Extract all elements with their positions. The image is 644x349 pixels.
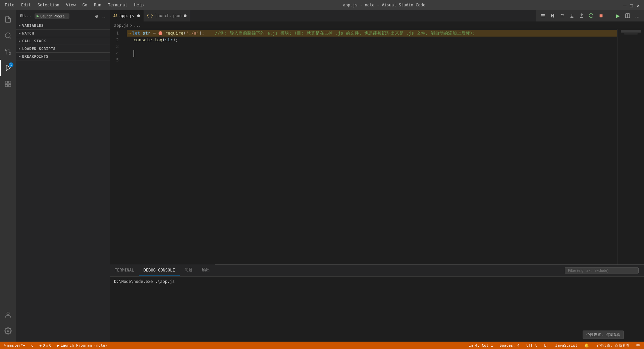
run-more-icon[interactable]: …: [101, 13, 107, 19]
svg-rect-9: [5, 85, 7, 87]
str-a: './a': [186, 30, 199, 37]
svg-rect-6: [5, 81, 7, 83]
loaded-scripts-chevron: ▶: [19, 47, 21, 50]
svg-rect-8: [9, 85, 11, 87]
window-controls[interactable]: — ❐ ✕: [623, 3, 641, 7]
launch-play-icon: ▶: [37, 14, 39, 18]
status-eol[interactable]: LF: [543, 343, 550, 348]
status-spaces[interactable]: Spaces: 4: [498, 343, 521, 348]
breakpoints-section: ▶ BREAKPOINTS: [16, 53, 110, 60]
menu-run[interactable]: Run: [93, 2, 103, 8]
menu-go[interactable]: Go: [81, 2, 89, 8]
breakpoints-header[interactable]: ▶ BREAKPOINTS: [16, 53, 110, 60]
code-line-2: console . log ( str );: [127, 37, 617, 43]
menu-selection[interactable]: Selection: [36, 2, 61, 8]
step-over-button[interactable]: [557, 12, 567, 19]
code-line-1: ⇒ let str = ⬤ require ( './a' ); //例: 导入…: [127, 30, 617, 37]
code-editor[interactable]: 1 2 3 4 5 ⇒ let str = ⬤: [110, 29, 644, 264]
call-stack-header[interactable]: ▶ CALL STACK: [16, 37, 110, 45]
eol-label: LF: [544, 343, 548, 348]
code-line-4[interactable]: [127, 50, 617, 57]
step-out-button[interactable]: [577, 12, 586, 19]
menu-file[interactable]: File: [3, 2, 16, 8]
launch-program-button[interactable]: ▶ Launch Progra...: [35, 13, 69, 19]
close-button[interactable]: ✕: [637, 3, 641, 7]
panel-controls: ≡ ∧ ✕: [619, 266, 641, 273]
terminal-tab[interactable]: TERMINAL: [110, 264, 139, 276]
status-language[interactable]: JavaScript: [554, 343, 579, 348]
debug-menu-btn[interactable]: [538, 12, 547, 19]
status-launch[interactable]: ▶ Launch Program (note): [56, 343, 109, 348]
line-num-3: 3: [110, 43, 123, 50]
bottom-panel: TERMINAL DEBUG CONSOLE 问题 输出 ≡ ∧ ✕ D:\No…: [110, 264, 644, 342]
loaded-scripts-label: LOADED SCRIPTS: [22, 47, 56, 51]
status-branch[interactable]: ⑂ master*+: [3, 343, 26, 348]
tab-appjs[interactable]: JS app.js: [110, 10, 144, 21]
loaded-scripts-header[interactable]: ▶ LOADED SCRIPTS: [16, 45, 110, 52]
menu-view[interactable]: View: [65, 2, 77, 8]
continue-button[interactable]: [548, 12, 557, 19]
call-stack-chevron: ▶: [19, 39, 21, 43]
more-actions-button[interactable]: …: [633, 12, 642, 19]
var-str: str: [143, 30, 150, 37]
activity-account[interactable]: [0, 307, 16, 323]
call-stack-section: ▶ CALL STACK: [16, 37, 110, 45]
debug-console-tab[interactable]: DEBUG CONSOLE: [139, 264, 180, 276]
status-left: ⑂ master*+ ↻ ⊗ 0 ⚠ 0 ▶ Launch Program (n…: [3, 343, 109, 348]
tab-launch-label: launch.json: [155, 13, 181, 18]
status-notification[interactable]: 🔔: [583, 343, 590, 348]
menu-terminal[interactable]: Terminal: [107, 2, 129, 8]
status-bar: ⑂ master*+ ↻ ⊗ 0 ⚠ 0 ▶ Launch Program (n…: [0, 342, 644, 349]
line-num-4: 4: [110, 50, 123, 57]
notification-icon: 🔔: [584, 343, 589, 348]
code-line-5: [127, 57, 617, 63]
sidebar-content: ▶ VARIABLES ▶ WATCH ▶ CALL STACK: [16, 22, 110, 342]
activity-debug[interactable]: 1: [0, 60, 16, 76]
terminal-line-1: D:\Node\node.exe .\app.js: [114, 279, 640, 285]
tab-launch-modified-dot: [184, 14, 186, 17]
menu-edit[interactable]: Edit: [20, 2, 32, 8]
tab-appjs-icon: JS: [113, 14, 117, 18]
svg-rect-7: [9, 81, 11, 83]
status-position[interactable]: Ln 4, Col 1: [467, 343, 494, 348]
status-errors[interactable]: ⊗ 0 ⚠ 0: [38, 343, 53, 348]
sync-icon: ↻: [31, 343, 34, 348]
tab-launch-json[interactable]: { } launch.json: [144, 10, 190, 21]
svg-rect-12: [541, 14, 545, 14]
activity-settings[interactable]: [0, 323, 16, 339]
breakpoints-chevron: ▶: [19, 55, 21, 58]
debug-dot: ⬤: [158, 30, 162, 37]
breadcrumb-more[interactable]: ...: [134, 23, 141, 28]
editor-area: JS app.js { } launch.json: [110, 10, 644, 342]
restart-button[interactable]: [587, 12, 596, 19]
breadcrumb-appjs[interactable]: app.js: [114, 23, 128, 28]
menu-bar[interactable]: File Edit Selection View Go Run Terminal…: [3, 2, 145, 8]
output-tab[interactable]: 输出: [197, 264, 215, 276]
watch-header[interactable]: ▶ WATCH: [16, 30, 110, 37]
main-layout: 1: [0, 10, 644, 342]
variables-header[interactable]: ▶ VARIABLES: [16, 22, 110, 29]
status-personalize[interactable]: 个性设置, 点我看看: [594, 343, 631, 348]
filter-input[interactable]: [565, 267, 639, 273]
minimize-button[interactable]: —: [623, 3, 627, 7]
status-sync[interactable]: ↻: [30, 343, 35, 348]
split-editor-button[interactable]: [623, 12, 632, 19]
warning-count: 0: [49, 343, 51, 348]
activity-files[interactable]: [0, 11, 16, 28]
maximize-button[interactable]: ❐: [630, 3, 634, 7]
stop-button[interactable]: [596, 12, 606, 19]
code-area[interactable]: ⇒ let str = ⬤ require ( './a' ); //例: 导入…: [127, 29, 617, 264]
activity-extensions[interactable]: [0, 76, 16, 92]
activity-bar: 1: [0, 10, 16, 342]
menu-help[interactable]: Help: [133, 2, 145, 8]
activity-source-control[interactable]: [0, 44, 16, 60]
tooltip: 个性设置, 点我看看: [583, 331, 624, 339]
step-into-button[interactable]: [567, 12, 577, 19]
run-settings-icon[interactable]: ⚙: [93, 13, 100, 19]
problems-tab[interactable]: 问题: [180, 264, 197, 276]
status-encoding[interactable]: UTF-8: [525, 343, 539, 348]
activity-search[interactable]: [0, 28, 16, 44]
minimap: [617, 29, 644, 264]
run-preview-button[interactable]: ▶: [613, 12, 623, 19]
line-num-2: 2: [110, 37, 123, 43]
